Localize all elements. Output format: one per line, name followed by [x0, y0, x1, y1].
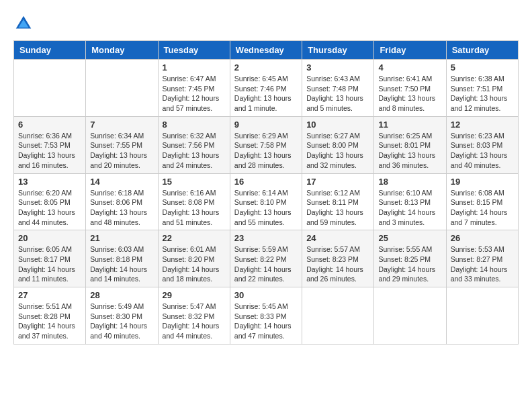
day-header-sunday: Sunday [14, 41, 86, 60]
day-header-tuesday: Tuesday [158, 41, 230, 60]
calendar-cell: 22Sunrise: 6:01 AMSunset: 8:20 PMDayligh… [158, 230, 230, 287]
calendar-header-row: SundayMondayTuesdayWednesdayThursdayFrid… [14, 41, 519, 60]
day-number: 6 [18, 120, 81, 130]
day-number: 13 [18, 177, 81, 187]
calendar-cell: 7Sunrise: 6:34 AMSunset: 7:55 PMDaylight… [86, 116, 158, 173]
day-header-thursday: Thursday [302, 41, 374, 60]
day-info: Sunrise: 6:45 AMSunset: 7:46 PMDaylight:… [234, 74, 298, 113]
calendar-cell: 11Sunrise: 6:25 AMSunset: 8:01 PMDayligh… [374, 116, 446, 173]
day-info: Sunrise: 6:05 AMSunset: 8:17 PMDaylight:… [18, 244, 81, 284]
day-info: Sunrise: 6:27 AMSunset: 8:00 PMDaylight:… [306, 131, 369, 171]
day-number: 24 [306, 233, 369, 243]
day-number: 5 [451, 62, 514, 73]
day-number: 20 [18, 233, 81, 243]
calendar-cell: 6Sunrise: 6:36 AMSunset: 7:53 PMDaylight… [14, 116, 86, 173]
day-info: Sunrise: 5:49 AMSunset: 8:30 PMDaylight:… [90, 302, 153, 341]
day-number: 17 [306, 177, 369, 187]
day-number: 1 [163, 62, 226, 73]
day-number: 28 [90, 290, 153, 300]
day-info: Sunrise: 5:57 AMSunset: 8:23 PMDaylight:… [306, 244, 369, 284]
day-number: 19 [451, 177, 514, 187]
day-header-wednesday: Wednesday [230, 41, 302, 60]
calendar-week-row: 20Sunrise: 6:05 AMSunset: 8:17 PMDayligh… [14, 230, 519, 287]
day-number: 14 [90, 177, 153, 187]
calendar-cell: 15Sunrise: 6:16 AMSunset: 8:08 PMDayligh… [158, 173, 230, 230]
day-info: Sunrise: 6:25 AMSunset: 8:01 PMDaylight:… [378, 131, 441, 171]
calendar-cell: 12Sunrise: 6:23 AMSunset: 8:03 PMDayligh… [446, 116, 518, 173]
calendar-cell: 9Sunrise: 6:29 AMSunset: 7:58 PMDaylight… [230, 116, 302, 173]
calendar-week-row: 1Sunrise: 6:47 AMSunset: 7:45 PMDaylight… [14, 60, 519, 117]
day-info: Sunrise: 5:55 AMSunset: 8:25 PMDaylight:… [378, 244, 441, 284]
day-info: Sunrise: 6:14 AMSunset: 8:10 PMDaylight:… [234, 188, 298, 228]
day-number: 8 [163, 120, 226, 130]
day-info: Sunrise: 5:53 AMSunset: 8:27 PMDaylight:… [451, 244, 514, 284]
day-number: 25 [378, 233, 441, 243]
calendar-cell: 13Sunrise: 6:20 AMSunset: 8:05 PMDayligh… [14, 173, 86, 230]
day-info: Sunrise: 6:29 AMSunset: 7:58 PMDaylight:… [234, 131, 298, 171]
calendar-cell: 24Sunrise: 5:57 AMSunset: 8:23 PMDayligh… [302, 230, 374, 287]
day-number: 3 [306, 62, 369, 73]
logo [13, 13, 36, 34]
day-number: 9 [234, 120, 298, 130]
calendar-week-row: 13Sunrise: 6:20 AMSunset: 8:05 PMDayligh… [14, 173, 519, 230]
day-number: 30 [234, 290, 298, 300]
day-number: 2 [234, 62, 298, 73]
day-header-saturday: Saturday [446, 41, 518, 60]
calendar-cell: 4Sunrise: 6:41 AMSunset: 7:50 PMDaylight… [374, 60, 446, 117]
calendar-cell: 30Sunrise: 5:45 AMSunset: 8:33 PMDayligh… [230, 287, 302, 345]
day-number: 21 [90, 233, 153, 243]
calendar-cell [446, 287, 518, 345]
calendar-week-row: 27Sunrise: 5:51 AMSunset: 8:28 PMDayligh… [14, 287, 519, 345]
day-info: Sunrise: 6:32 AMSunset: 7:56 PMDaylight:… [163, 131, 226, 171]
calendar-cell: 20Sunrise: 6:05 AMSunset: 8:17 PMDayligh… [14, 230, 86, 287]
day-info: Sunrise: 6:10 AMSunset: 8:13 PMDaylight:… [378, 188, 441, 228]
day-number: 7 [90, 120, 153, 130]
day-number: 18 [378, 177, 441, 187]
day-info: Sunrise: 6:03 AMSunset: 8:18 PMDaylight:… [90, 244, 153, 284]
calendar-cell: 2Sunrise: 6:45 AMSunset: 7:46 PMDaylight… [230, 60, 302, 117]
calendar-cell: 16Sunrise: 6:14 AMSunset: 8:10 PMDayligh… [230, 173, 302, 230]
day-info: Sunrise: 6:34 AMSunset: 7:55 PMDaylight:… [90, 131, 153, 171]
day-number: 29 [163, 290, 226, 300]
day-info: Sunrise: 5:45 AMSunset: 8:33 PMDaylight:… [234, 302, 298, 341]
day-info: Sunrise: 6:43 AMSunset: 7:48 PMDaylight:… [306, 74, 369, 113]
calendar-table: SundayMondayTuesdayWednesdayThursdayFrid… [13, 40, 519, 345]
day-info: Sunrise: 6:12 AMSunset: 8:11 PMDaylight:… [306, 188, 369, 228]
calendar-cell: 29Sunrise: 5:47 AMSunset: 8:32 PMDayligh… [158, 287, 230, 345]
calendar-cell: 23Sunrise: 5:59 AMSunset: 8:22 PMDayligh… [230, 230, 302, 287]
calendar-cell: 14Sunrise: 6:18 AMSunset: 8:06 PMDayligh… [86, 173, 158, 230]
day-header-friday: Friday [374, 41, 446, 60]
calendar-week-row: 6Sunrise: 6:36 AMSunset: 7:53 PMDaylight… [14, 116, 519, 173]
day-number: 11 [378, 120, 441, 130]
day-number: 4 [378, 62, 441, 73]
day-number: 10 [306, 120, 369, 130]
calendar-cell [374, 287, 446, 345]
day-info: Sunrise: 6:18 AMSunset: 8:06 PMDaylight:… [90, 188, 153, 228]
day-number: 23 [234, 233, 298, 243]
day-info: Sunrise: 6:41 AMSunset: 7:50 PMDaylight:… [378, 74, 441, 113]
day-number: 16 [234, 177, 298, 187]
calendar-cell: 25Sunrise: 5:55 AMSunset: 8:25 PMDayligh… [374, 230, 446, 287]
calendar-cell: 21Sunrise: 6:03 AMSunset: 8:18 PMDayligh… [86, 230, 158, 287]
day-number: 26 [451, 233, 514, 243]
calendar-cell: 19Sunrise: 6:08 AMSunset: 8:15 PMDayligh… [446, 173, 518, 230]
calendar-cell: 10Sunrise: 6:27 AMSunset: 8:00 PMDayligh… [302, 116, 374, 173]
calendar-cell: 5Sunrise: 6:38 AMSunset: 7:51 PMDaylight… [446, 60, 518, 117]
day-number: 27 [18, 290, 81, 300]
calendar-cell [302, 287, 374, 345]
day-info: Sunrise: 5:59 AMSunset: 8:22 PMDaylight:… [234, 244, 298, 284]
calendar-cell [86, 60, 158, 117]
day-header-monday: Monday [86, 41, 158, 60]
calendar-cell: 8Sunrise: 6:32 AMSunset: 7:56 PMDaylight… [158, 116, 230, 173]
day-number: 12 [451, 120, 514, 130]
calendar-cell: 28Sunrise: 5:49 AMSunset: 8:30 PMDayligh… [86, 287, 158, 345]
day-number: 22 [163, 233, 226, 243]
day-info: Sunrise: 6:47 AMSunset: 7:45 PMDaylight:… [163, 74, 226, 113]
day-info: Sunrise: 6:08 AMSunset: 8:15 PMDaylight:… [451, 188, 514, 228]
calendar-cell: 3Sunrise: 6:43 AMSunset: 7:48 PMDaylight… [302, 60, 374, 117]
day-info: Sunrise: 5:51 AMSunset: 8:28 PMDaylight:… [18, 302, 81, 341]
day-info: Sunrise: 6:20 AMSunset: 8:05 PMDaylight:… [18, 188, 81, 228]
calendar-cell: 27Sunrise: 5:51 AMSunset: 8:28 PMDayligh… [14, 287, 86, 345]
calendar-cell [14, 60, 86, 117]
day-info: Sunrise: 6:16 AMSunset: 8:08 PMDaylight:… [163, 188, 226, 228]
